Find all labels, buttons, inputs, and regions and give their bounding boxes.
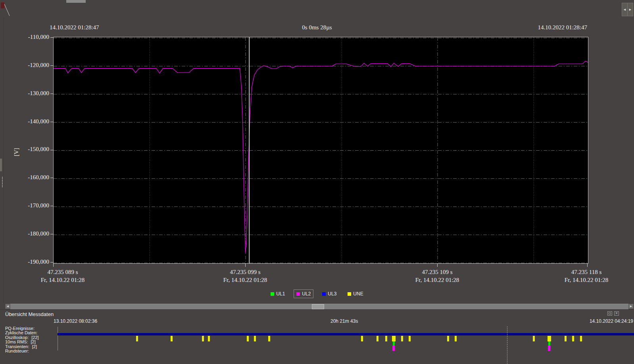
- oszilloskop-event-mark[interactable]: [202, 336, 204, 341]
- y-tick-label: -170,000: [8, 202, 53, 209]
- oszilloskop-event-mark[interactable]: [171, 336, 173, 341]
- oszilloskop-event-mark[interactable]: [392, 336, 396, 341]
- oszilloskop-event-mark[interactable]: [572, 336, 574, 341]
- tab-scroll-right-button[interactable]: ►: [627, 3, 633, 16]
- x-tick-label: 47.235 109 sFr, 14.10.22 01:28: [390, 268, 485, 284]
- scrollbar-track[interactable]: [10, 304, 628, 309]
- legend-item-ul3[interactable]: UL3: [320, 290, 339, 298]
- oszilloskop-event-mark[interactable]: [254, 336, 256, 341]
- x-tick-label: 47.235 089 sFr, 14.10.22 01:28: [15, 268, 110, 284]
- overview-panel: Übersicht Messdaten ✕ 13.10.2022 08:02:3…: [0, 309, 634, 364]
- y-tick-label: -140,000: [8, 118, 53, 125]
- rms10-event-mark[interactable]: [393, 341, 395, 346]
- y-tick-mark: [50, 94, 53, 94]
- y-tick-mark: [50, 37, 53, 38]
- oszilloskop-event-mark[interactable]: [385, 336, 387, 341]
- oszilloskop-event-mark[interactable]: [565, 336, 567, 341]
- splitter-grip-dots-icon: [2, 177, 3, 187]
- tab-label: Oszilloskop: 13.10.2022 20:00:33: [0, 7, 56, 13]
- x-tick-mark: [587, 263, 588, 267]
- y-tick-label: -160,000: [8, 174, 53, 181]
- x-tick-label: 47.235 099 sFr, 14.10.22 01:28: [198, 268, 293, 284]
- legend-label: UNE: [353, 291, 363, 297]
- x-tick-time: 47.235 099 s: [198, 268, 293, 276]
- y-tick-label: -180,000: [8, 230, 53, 237]
- oszilloskop-event-mark[interactable]: [208, 336, 210, 341]
- y-tick-label: -120,000: [8, 62, 53, 69]
- x-tick-mark: [53, 263, 54, 267]
- x-tick-time: 47.235 109 s: [390, 268, 485, 276]
- overview-duration: 20h 21m 43s: [330, 318, 358, 324]
- cyclic-data-bar[interactable]: [58, 333, 634, 335]
- y-tick-mark: [50, 178, 53, 178]
- x-tick-mark: [245, 263, 246, 267]
- y-tick-mark: [50, 234, 53, 234]
- window-edge-artifact: [1, 2, 4, 8]
- arrow-left-icon: ◄: [623, 8, 626, 11]
- tab-label: Oszilloskop: 12.10.2022 13:39:12: [0, 7, 57, 13]
- oszilloskop-event-mark[interactable]: [409, 336, 411, 341]
- window-top-artifact: [66, 0, 86, 3]
- channel-legend: UL1UL2UL3UNE: [0, 289, 634, 298]
- legend-swatch-icon: [296, 292, 300, 296]
- overview-title: Übersicht Messdaten: [5, 311, 54, 317]
- legend-item-une[interactable]: UNE: [345, 290, 365, 298]
- y-axis-unit-label: [V]: [13, 148, 20, 156]
- x-tick-time: 47.235 089 s: [15, 268, 110, 276]
- chart-header: 14.10.2022 01:28:47 0s 0ms 28µs 14.10.20…: [0, 24, 634, 32]
- waveform-plot[interactable]: [53, 37, 588, 264]
- x-tick-mark: [437, 263, 438, 267]
- scrollbar-thumb[interactable]: [312, 304, 324, 309]
- oszilloskop-event-mark[interactable]: [268, 336, 270, 341]
- overview-row-count: [22]: [31, 335, 38, 340]
- overview-position-cursor[interactable]: [507, 326, 507, 364]
- oszilloskop-event-mark[interactable]: [377, 336, 378, 341]
- overview-separator: [58, 327, 58, 351]
- rms10-event-mark[interactable]: [548, 341, 550, 346]
- tab-bar: Oszilloskop: 12.10.2022 13:39:12Oszillos…: [0, 0, 634, 16]
- y-tick-mark: [50, 262, 53, 262]
- legend-swatch-icon: [271, 292, 274, 296]
- overview-start-time: 13.10.2022 08:02:36: [54, 318, 97, 324]
- oszilloskop-event-mark[interactable]: [580, 336, 582, 341]
- scrollbar-right-button[interactable]: ►: [628, 304, 634, 309]
- legend-item-ul2[interactable]: UL2: [294, 289, 313, 298]
- oszilloskop-event-mark[interactable]: [136, 336, 138, 341]
- legend-swatch-icon: [322, 292, 326, 296]
- y-tick-mark: [50, 150, 53, 150]
- overview-row-labels: PQ-Ereignisse:Zyklische Daten:Oszillosko…: [5, 326, 40, 353]
- y-tick-label: -190,000: [8, 259, 53, 265]
- view-end-time: 14.10.2022 01:28:47: [538, 24, 587, 31]
- transient-event-mark[interactable]: [392, 346, 395, 351]
- splitter-handle[interactable]: [0, 159, 2, 171]
- oszilloskop-event-mark[interactable]: [455, 336, 457, 341]
- oszilloskop-event-mark[interactable]: [533, 336, 535, 341]
- y-tick-mark: [50, 122, 53, 122]
- y-tick-mark: [50, 65, 53, 66]
- arrow-right-icon: ►: [628, 8, 632, 11]
- x-tick-label: 47.235 118 sFr, 14.10.22 01:28: [539, 268, 634, 284]
- y-tick-mark: [50, 206, 53, 206]
- x-tick-date: Fr, 14.10.22 01:28: [15, 276, 110, 284]
- time-scrollbar[interactable]: ◄ ►: [0, 304, 634, 309]
- overview-end-time: 14.10.2022 04:24:19: [590, 318, 633, 324]
- tab-scroll-left-button[interactable]: ◄: [622, 3, 628, 16]
- oszilloskop-event-mark[interactable]: [548, 336, 551, 341]
- oszilloskop-event-mark[interactable]: [247, 336, 249, 341]
- oszilloskop-event-mark[interactable]: [447, 336, 449, 341]
- overview-row-label: Rundsteuer:: [5, 349, 40, 353]
- oszilloskop-event-mark[interactable]: [401, 336, 403, 341]
- transient-event-mark[interactable]: [548, 346, 550, 351]
- legend-item-ul1[interactable]: UL1: [268, 290, 287, 298]
- y-tick-label: -110,000: [8, 34, 53, 40]
- legend-label: UL2: [302, 291, 311, 297]
- close-icon[interactable]: ✕: [614, 311, 619, 316]
- oszilloskop-event-mark[interactable]: [361, 336, 363, 341]
- restore-icon[interactable]: [607, 311, 612, 316]
- legend-swatch-icon: [348, 292, 351, 296]
- left-splitter[interactable]: [0, 17, 4, 303]
- legend-label: UL1: [276, 291, 285, 297]
- waveform-canvas[interactable]: [54, 37, 588, 263]
- overview-row-count: [2]: [32, 344, 37, 349]
- scrollbar-left-button[interactable]: ◄: [5, 304, 10, 309]
